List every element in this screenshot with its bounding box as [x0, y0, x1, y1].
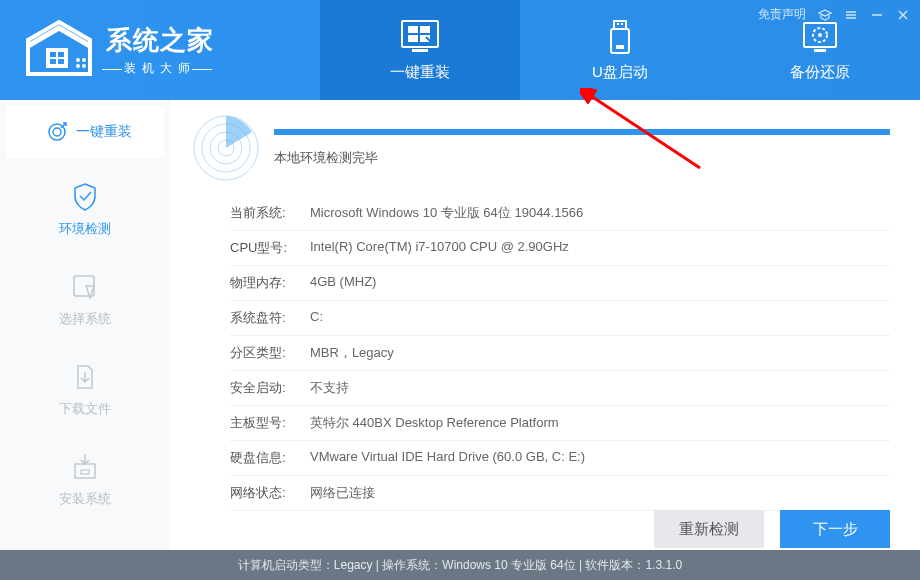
svg-rect-0	[46, 48, 68, 68]
logo-text: 系统之家 装机大师	[106, 23, 214, 77]
tab-reinstall[interactable]: 一键重装	[320, 0, 520, 100]
svg-rect-13	[408, 35, 418, 42]
graduation-icon[interactable]	[818, 8, 832, 22]
svg-rect-1	[50, 52, 56, 57]
svg-rect-18	[611, 29, 629, 53]
sidebar-item-select-system[interactable]: 选择系统	[0, 254, 170, 344]
svg-point-32	[53, 128, 61, 136]
tab-label: 一键重装	[390, 63, 450, 82]
svg-rect-35	[81, 470, 89, 474]
backup-restore-icon	[798, 19, 842, 55]
sidebar-item-label: 安装系统	[59, 490, 111, 508]
logo-area: 系统之家 装机大师	[0, 0, 320, 100]
info-label: 分区类型:	[230, 344, 310, 362]
svg-rect-11	[408, 26, 418, 33]
header: 系统之家 装机大师 一键重装 U盘启动 备份还原 免责声明	[0, 0, 920, 100]
svg-rect-34	[75, 464, 95, 478]
app-logo-icon	[20, 18, 98, 82]
recheck-button[interactable]: 重新检测	[654, 510, 764, 548]
svg-rect-19	[616, 45, 624, 49]
download-icon	[68, 360, 102, 394]
info-row: 当前系统:Microsoft Windows 10 专业版 64位 19044.…	[230, 196, 890, 231]
sidebar-item-download[interactable]: 下载文件	[0, 344, 170, 434]
app-subtitle: 装机大师	[106, 60, 214, 77]
sidebar-item-label: 下载文件	[59, 400, 111, 418]
svg-rect-4	[58, 59, 64, 64]
svg-rect-17	[621, 23, 623, 25]
info-label: 网络状态:	[230, 484, 310, 502]
info-row: 网络状态:网络已连接	[230, 476, 890, 511]
radar-icon	[190, 112, 262, 184]
svg-point-5	[76, 58, 80, 62]
info-row: 系统盘符:C:	[230, 301, 890, 336]
scan-status: 本地环境检测完毕	[274, 149, 890, 167]
sidebar-item-label: 选择系统	[59, 310, 111, 328]
info-list: 当前系统:Microsoft Windows 10 专业版 64位 19044.…	[190, 196, 890, 511]
svg-rect-21	[814, 49, 826, 52]
windows-reinstall-icon	[398, 19, 442, 55]
footer: 计算机启动类型：Legacy | 操作系统：Windows 10 专业版 64位…	[0, 550, 920, 580]
info-row: 硬盘信息:VMware Virtual IDE Hard Drive (60.0…	[230, 441, 890, 476]
info-value: C:	[310, 309, 890, 327]
sidebar-item-label: 环境检测	[59, 220, 111, 238]
svg-point-8	[82, 64, 86, 68]
app-title: 系统之家	[106, 23, 214, 58]
body: 一键重装 环境检测 选择系统 下载文件 安装系统	[0, 100, 920, 550]
sidebar: 一键重装 环境检测 选择系统 下载文件 安装系统	[0, 100, 170, 550]
svg-point-23	[818, 33, 822, 37]
svg-rect-15	[614, 21, 626, 29]
footer-text: 计算机启动类型：Legacy | 操作系统：Windows 10 专业版 64位…	[238, 557, 682, 574]
select-icon	[68, 270, 102, 304]
tab-label: 备份还原	[790, 63, 850, 82]
action-buttons: 重新检测 下一步	[654, 510, 890, 548]
info-row: 安全启动:不支持	[230, 371, 890, 406]
info-row: 物理内存:4GB (MHZ)	[230, 266, 890, 301]
svg-rect-16	[617, 23, 619, 25]
svg-rect-10	[412, 49, 428, 52]
info-value: 英特尔 440BX Desktop Reference Platform	[310, 414, 890, 432]
svg-rect-3	[50, 59, 56, 64]
progress-bar	[274, 129, 890, 135]
info-label: 系统盘符:	[230, 309, 310, 327]
info-value: Microsoft Windows 10 专业版 64位 19044.1566	[310, 204, 890, 222]
info-row: CPU型号:Intel(R) Core(TM) i7-10700 CPU @ 2…	[230, 231, 890, 266]
info-value: 4GB (MHZ)	[310, 274, 890, 292]
info-label: 安全启动:	[230, 379, 310, 397]
svg-rect-12	[420, 26, 430, 33]
main-panel: 本地环境检测完毕 当前系统:Microsoft Windows 10 专业版 6…	[170, 100, 920, 550]
info-label: CPU型号:	[230, 239, 310, 257]
sidebar-item-install[interactable]: 安装系统	[0, 434, 170, 524]
info-label: 物理内存:	[230, 274, 310, 292]
info-label: 主板型号:	[230, 414, 310, 432]
info-label: 当前系统:	[230, 204, 310, 222]
info-row: 主板型号:英特尔 440BX Desktop Reference Platfor…	[230, 406, 890, 441]
info-value: Intel(R) Core(TM) i7-10700 CPU @ 2.90GHz	[310, 239, 890, 257]
tab-label: U盘启动	[592, 63, 648, 82]
sidebar-item-label: 一键重装	[76, 123, 132, 141]
progress-col: 本地环境检测完毕	[274, 129, 890, 167]
menu-icon[interactable]	[844, 8, 858, 22]
install-icon	[68, 450, 102, 484]
usb-icon	[598, 19, 642, 55]
window-controls: 免责声明	[758, 6, 910, 23]
scan-row: 本地环境检测完毕	[190, 112, 890, 184]
close-icon[interactable]	[896, 8, 910, 22]
next-button[interactable]: 下一步	[780, 510, 890, 548]
info-row: 分区类型:MBR，Legacy	[230, 336, 890, 371]
disclaimer-link[interactable]: 免责声明	[758, 6, 806, 23]
target-icon	[46, 121, 68, 143]
sidebar-item-reinstall[interactable]: 一键重装	[6, 106, 164, 158]
info-value: VMware Virtual IDE Hard Drive (60.0 GB, …	[310, 449, 890, 467]
shield-check-icon	[68, 180, 102, 214]
svg-point-6	[82, 58, 86, 62]
info-label: 硬盘信息:	[230, 449, 310, 467]
info-value: 不支持	[310, 379, 890, 397]
info-value: MBR，Legacy	[310, 344, 890, 362]
tab-usb-boot[interactable]: U盘启动	[520, 0, 720, 100]
minimize-icon[interactable]	[870, 8, 884, 22]
svg-rect-2	[58, 52, 64, 57]
info-value: 网络已连接	[310, 484, 890, 502]
sidebar-item-env-check[interactable]: 环境检测	[0, 164, 170, 254]
svg-point-7	[76, 64, 80, 68]
